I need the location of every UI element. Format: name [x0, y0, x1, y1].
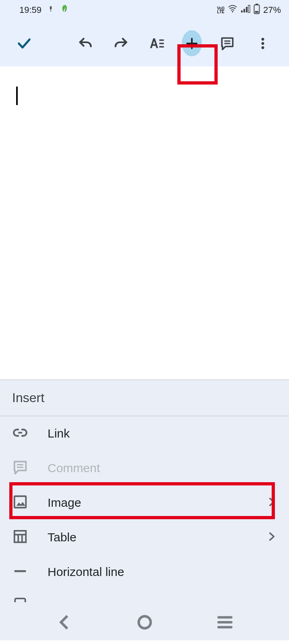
menu-item-label: Horizontal line — [48, 565, 277, 579]
insert-sheet-title: Insert — [0, 380, 289, 416]
svg-rect-4 — [243, 9, 245, 12]
svg-rect-6 — [248, 5, 250, 12]
menu-item-label: Link — [48, 427, 277, 440]
menu-item-label: Table — [48, 530, 247, 544]
svg-rect-11 — [159, 43, 164, 44]
undo-button[interactable] — [75, 33, 96, 54]
insert-link-item[interactable]: Link — [0, 416, 289, 451]
leaf-icon — [60, 4, 69, 16]
insert-partial-next-item[interactable] — [0, 589, 289, 604]
svg-rect-3 — [241, 10, 243, 12]
editor-toolbar — [0, 20, 289, 66]
svg-rect-9 — [255, 11, 259, 12]
volte-icon: Vo))LTE — [217, 6, 225, 14]
svg-point-16 — [262, 42, 264, 45]
svg-rect-10 — [159, 39, 164, 41]
text-cursor — [16, 87, 18, 105]
battery-icon — [254, 4, 260, 17]
insert-sheet: Insert Link Comment Im — [0, 380, 289, 604]
horizontal-line-icon — [12, 564, 28, 580]
insert-comment-item: Comment — [0, 451, 289, 485]
svg-rect-20 — [15, 496, 26, 508]
svg-rect-21 — [15, 531, 26, 543]
status-left: 19:59 — [19, 4, 69, 16]
svg-rect-12 — [159, 46, 164, 47]
svg-point-17 — [262, 46, 264, 49]
nav-recents-button[interactable] — [213, 610, 237, 634]
link-icon — [12, 425, 28, 442]
signal-icon — [241, 5, 250, 15]
svg-rect-0 — [50, 6, 52, 10]
image-icon — [12, 494, 28, 511]
insert-horizontal-line-item[interactable]: Horizontal line — [0, 555, 289, 589]
partial-icon — [12, 597, 28, 604]
notif-icon — [47, 5, 54, 15]
insert-image-item[interactable]: Image — [0, 485, 289, 520]
wifi-icon — [228, 5, 237, 15]
svg-point-26 — [139, 616, 151, 628]
status-right: Vo))LTE 27% — [217, 4, 281, 17]
clock: 19:59 — [19, 5, 42, 15]
svg-point-2 — [232, 11, 233, 12]
svg-point-15 — [262, 38, 264, 41]
overflow-button[interactable] — [253, 33, 273, 54]
status-bar: 19:59 Vo))LTE 27% — [0, 0, 289, 20]
table-icon — [12, 529, 28, 546]
svg-rect-5 — [246, 7, 247, 12]
insert-button[interactable] — [182, 33, 202, 54]
battery-pct: 27% — [263, 5, 281, 15]
redo-button[interactable] — [111, 33, 131, 54]
menu-item-label: Comment — [48, 461, 277, 475]
document-editor-body[interactable] — [0, 66, 289, 380]
text-format-button[interactable] — [146, 33, 166, 54]
done-button[interactable] — [14, 33, 34, 54]
comment-icon — [12, 460, 28, 477]
menu-item-label: Image — [48, 496, 247, 510]
chevron-right-icon — [266, 531, 277, 543]
nav-home-button[interactable] — [133, 610, 157, 634]
comments-button[interactable] — [217, 33, 237, 54]
nav-back-button[interactable] — [52, 610, 77, 634]
insert-table-item[interactable]: Table — [0, 520, 289, 555]
svg-rect-1 — [50, 9, 51, 12]
system-nav-bar — [0, 604, 289, 640]
chevron-right-icon — [266, 497, 277, 509]
svg-rect-8 — [256, 4, 258, 5]
